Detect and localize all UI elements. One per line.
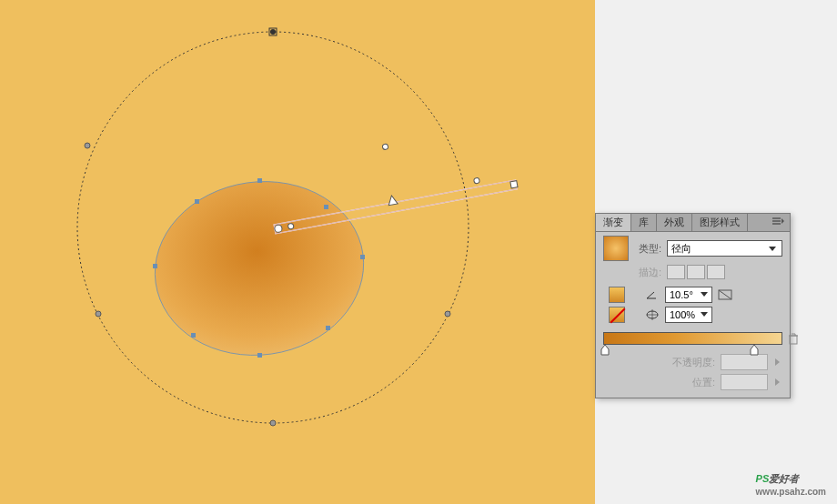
stroke-swatch[interactable]: [609, 287, 625, 303]
watermark-brand: PS: [756, 473, 770, 484]
gradient-strip[interactable]: [603, 332, 782, 345]
angle-input[interactable]: 10.5°: [665, 287, 712, 303]
watermark-text: 爱好者: [769, 473, 799, 484]
watermark-url: www.psahz.com: [756, 487, 826, 497]
delete-stop-icon[interactable]: [788, 332, 799, 347]
gradient-ellipse[interactable]: [144, 168, 375, 368]
svg-rect-3: [360, 255, 365, 259]
svg-point-19: [445, 311, 450, 317]
position-input: [721, 374, 768, 390]
tab-gradient[interactable]: 渐变: [596, 214, 631, 231]
svg-rect-0: [257, 178, 262, 183]
svg-rect-2: [153, 264, 157, 268]
gradient-panel: 渐变 库 外观 图形样式 类型: 径向 描边: 10.5°: [595, 213, 791, 398]
svg-rect-1: [257, 353, 262, 358]
panel-menu-icon[interactable]: [766, 214, 790, 231]
vector-drawing: [0, 0, 595, 504]
gradient-slider[interactable]: [603, 332, 782, 345]
panel-tabs: 渐变 库 外观 图形样式: [596, 214, 790, 232]
aspect-input[interactable]: 100%: [665, 307, 712, 323]
svg-point-20: [270, 420, 276, 426]
tab-appearance[interactable]: 外观: [657, 214, 692, 231]
svg-point-18: [96, 311, 101, 317]
chevron-down-icon: [699, 288, 711, 301]
svg-point-14: [473, 177, 479, 184]
type-value: 径向: [668, 242, 695, 256]
stroke-btn-1: [667, 265, 685, 279]
aspect-ratio-icon: [645, 307, 660, 322]
type-label: 类型:: [634, 242, 661, 256]
position-label: 位置:: [664, 376, 715, 389]
svg-point-16: [270, 29, 276, 35]
gradient-fill-swatch[interactable]: [603, 236, 629, 261]
stroke-label: 描边:: [634, 266, 661, 279]
none-swatch[interactable]: [609, 307, 625, 323]
svg-rect-7: [326, 326, 330, 330]
angle-value: 10.5°: [666, 289, 699, 300]
chevron-right-icon: [773, 378, 782, 387]
stroke-align-buttons: [667, 265, 725, 279]
tab-library[interactable]: 库: [631, 214, 657, 231]
watermark: PS爱好者 www.psahz.com: [756, 468, 826, 497]
stroke-btn-3: [707, 265, 725, 279]
gradient-stop-left[interactable]: [600, 345, 610, 354]
canvas-artboard[interactable]: [0, 0, 595, 504]
type-select[interactable]: 径向: [667, 240, 782, 257]
tab-graphic-styles[interactable]: 图形样式: [692, 214, 748, 231]
stroke-btn-2: [687, 265, 705, 279]
angle-icon: [645, 287, 660, 302]
gradient-stop-right[interactable]: [750, 345, 759, 354]
svg-rect-6: [191, 333, 196, 338]
opacity-input: [721, 354, 768, 370]
chevron-down-icon: [699, 308, 711, 321]
svg-rect-4: [195, 199, 199, 204]
svg-rect-5: [324, 205, 328, 209]
opacity-label: 不透明度:: [664, 356, 715, 369]
chevron-down-icon: [767, 243, 780, 256]
svg-point-15: [382, 144, 388, 150]
reverse-gradient-icon[interactable]: [718, 287, 732, 302]
chevron-right-icon: [773, 358, 782, 367]
svg-point-11: [287, 223, 294, 229]
svg-rect-24: [790, 336, 797, 344]
aspect-value: 100%: [666, 309, 699, 320]
svg-point-21: [85, 143, 90, 148]
svg-rect-12: [510, 181, 518, 188]
